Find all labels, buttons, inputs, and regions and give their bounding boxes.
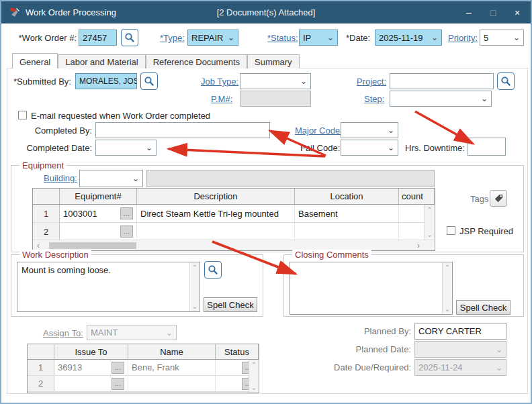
equipment-row-1: 1 1003001 … Direct Steam Kettle Tri-leg … <box>33 205 435 223</box>
row-number[interactable]: 1 <box>28 360 54 375</box>
step-dropdown[interactable]: ⌄ <box>390 91 492 107</box>
equipment-grid-vertical-scrollbar[interactable]: ⌃ ⌄ <box>424 205 435 240</box>
date-dropdown[interactable]: 2025-11-19 ⌄ <box>375 30 442 46</box>
type-link-label[interactable]: *Type: <box>160 33 185 43</box>
equipment-row-2: 2 … <box>33 223 435 241</box>
scroll-up-icon[interactable]: ⌃ <box>251 361 257 368</box>
work-description-group: Work Description Mount is coming loose. … <box>11 254 263 317</box>
description-cell[interactable]: Direct Steam Kettle Tri-leg mounted <box>137 205 295 222</box>
assign-to-link-label[interactable]: Assign To: <box>43 328 83 338</box>
job-type-link-label[interactable]: Job Type: <box>201 77 238 87</box>
submitted-by-search-button[interactable] <box>140 72 158 90</box>
name-cell[interactable] <box>128 376 216 391</box>
job-type-dropdown[interactable]: ⌄ <box>240 73 311 89</box>
step-link-label[interactable]: Step: <box>364 94 384 104</box>
closing-comments-textarea[interactable]: ⌃ ⌄ <box>290 262 453 315</box>
scroll-down-icon[interactable]: ⌄ <box>445 305 450 313</box>
ellipsis-lookup-button[interactable]: … <box>120 225 133 238</box>
project-input[interactable] <box>390 73 494 89</box>
status-link-label[interactable]: *Status: <box>267 33 298 43</box>
jsp-required-label: JSP Required <box>459 226 513 236</box>
textarea-scrollbar[interactable]: ⌃ ⌄ <box>189 262 200 311</box>
planned-by-input[interactable]: CORY CARTER <box>414 323 506 340</box>
equipment-number-cell[interactable]: 1003001 … <box>60 205 137 222</box>
submitted-by-input[interactable]: MORALES, JOSE <box>75 73 137 89</box>
equipment-grid-header: Equipment# Description Location count <box>33 189 435 205</box>
ellipsis-lookup-button[interactable]: … <box>112 378 124 390</box>
scroll-down-icon[interactable]: ⌄ <box>251 384 257 391</box>
location-cell[interactable]: Basement <box>295 205 399 222</box>
horizontal-scroll-thumb[interactable] <box>49 242 136 249</box>
submitted-by-label: *Submitted By: <box>13 77 71 87</box>
search-icon <box>500 76 511 87</box>
project-search-button[interactable] <box>497 72 515 90</box>
scroll-left-icon[interactable]: ‹ <box>37 241 40 250</box>
tags-button[interactable] <box>490 190 507 207</box>
equipment-group-title: Equipment <box>19 160 66 170</box>
fail-code-label: Fail Code: <box>300 143 340 153</box>
scroll-right-icon[interactable]: › <box>417 241 420 250</box>
work-order-search-button[interactable] <box>121 29 138 46</box>
issue-row-2: 2 … … <box>28 376 259 392</box>
scroll-down-icon[interactable]: ⌄ <box>427 231 432 238</box>
scroll-down-icon[interactable]: ⌄ <box>192 303 197 310</box>
date-due-required-value: 2025-11-24 <box>418 362 463 372</box>
fail-code-dropdown[interactable]: ⌄ <box>341 140 398 156</box>
completed-date-dropdown[interactable]: ⌄ <box>95 140 157 156</box>
location-cell[interactable] <box>295 223 399 240</box>
tab-general[interactable]: General <box>12 53 58 68</box>
assign-to-dropdown[interactable]: MAINT ⌄ <box>87 325 177 340</box>
date-due-required-label: Date Due/Required: <box>317 362 411 372</box>
search-icon <box>208 264 218 275</box>
textarea-scrollbar[interactable]: ⌃ ⌄ <box>442 262 452 314</box>
status-dropdown[interactable]: IP ⌄ <box>299 30 338 46</box>
row-number[interactable]: 2 <box>33 223 60 240</box>
row-number[interactable]: 2 <box>28 376 54 391</box>
issue-to-cell[interactable]: 36913 … <box>54 360 128 375</box>
close-button[interactable]: × <box>509 7 525 18</box>
closing-comments-spell-check-button[interactable]: Spell Check <box>456 300 511 315</box>
status-value: IP <box>303 33 311 43</box>
jsp-required-checkbox[interactable] <box>447 226 455 235</box>
chevron-down-icon: ⌄ <box>146 144 152 152</box>
project-link-label[interactable]: Project: <box>357 77 386 87</box>
ellipsis-lookup-button[interactable]: … <box>112 362 124 374</box>
building-link-label[interactable]: Building: <box>44 173 77 183</box>
scroll-up-icon[interactable]: ⌃ <box>192 264 197 271</box>
ellipsis-lookup-button[interactable]: … <box>120 207 133 219</box>
name-cell[interactable]: Bene, Frank <box>128 360 216 375</box>
description-cell[interactable] <box>137 223 295 240</box>
title-bar: Work Order Processing [2 Document(s) Att… <box>1 1 531 23</box>
tab-summary[interactable]: Summary <box>247 54 300 68</box>
issue-to-cell[interactable]: … <box>54 376 128 391</box>
minimize-button[interactable]: – <box>461 7 477 18</box>
building-description-field <box>146 170 435 187</box>
chevron-down-icon: ⌄ <box>327 34 334 42</box>
priority-value: 5 <box>484 33 488 43</box>
major-code-dropdown[interactable]: ⌄ <box>341 122 398 138</box>
major-code-link-label[interactable]: Major Code: <box>295 125 343 136</box>
completed-by-input[interactable] <box>95 122 270 138</box>
work-description-search-button[interactable] <box>204 261 222 279</box>
scroll-up-icon[interactable]: ⌃ <box>445 264 450 271</box>
tab-bar: General Labor and Material Reference Doc… <box>12 53 300 68</box>
tab-reference-documents[interactable]: Reference Documents <box>146 54 247 68</box>
priority-link-label[interactable]: Priority: <box>448 33 478 43</box>
maximize-button[interactable]: □ <box>485 7 501 18</box>
work-order-input[interactable]: 27457 <box>79 30 117 46</box>
building-dropdown[interactable]: ⌄ <box>79 170 143 187</box>
pm-link-label[interactable]: P.M#: <box>211 94 232 104</box>
work-description-spell-check-button[interactable]: Spell Check <box>204 297 257 312</box>
equipment-number-cell[interactable]: … <box>60 223 137 240</box>
priority-dropdown[interactable]: 5 ⌄ <box>480 30 524 46</box>
chevron-down-icon: ⌄ <box>431 34 438 42</box>
email-requested-checkbox[interactable] <box>18 111 27 119</box>
work-description-textarea[interactable]: Mount is coming loose. ⌃ ⌄ <box>17 262 200 312</box>
row-number[interactable]: 1 <box>33 205 60 222</box>
equipment-grid-horizontal-scrollbar[interactable]: ‹ › <box>33 240 435 250</box>
scroll-up-icon[interactable]: ⌃ <box>427 206 432 213</box>
issue-grid-vertical-scrollbar[interactable]: ⌃ ⌄ <box>249 360 259 393</box>
type-dropdown[interactable]: REPAIR ⌄ <box>187 30 238 46</box>
tab-labor-and-material[interactable]: Labor and Material <box>58 54 145 68</box>
hrs-downtime-input[interactable] <box>468 138 506 156</box>
